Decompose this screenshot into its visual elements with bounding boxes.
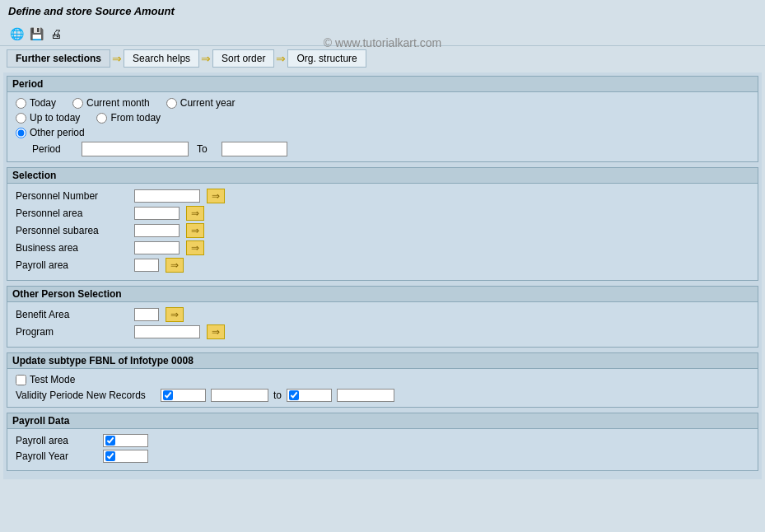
tab-arrow-2: ⇒	[201, 52, 211, 65]
radio-up-to-today-input[interactable]	[16, 113, 26, 124]
update-section: Update subtype FBNL of Infotype 0008 Tes…	[7, 352, 758, 408]
sel-input-personnel-subarea[interactable]	[134, 224, 180, 237]
print-icon[interactable]: 🖨	[48, 26, 64, 42]
tab-sort-order[interactable]: Sort order	[212, 49, 274, 68]
radio-current-year[interactable]: Current year	[166, 97, 236, 109]
payroll-area-label: Payroll area	[16, 435, 98, 446]
test-mode-label: Test Mode	[30, 374, 75, 385]
tab-further-selections-label: Further selections	[16, 53, 101, 64]
radio-other-period[interactable]: Other period	[16, 127, 85, 138]
other-person-section: Other Person Selection Benefit Area ⇒ Pr…	[7, 286, 758, 348]
test-mode-row: Test Mode	[16, 374, 749, 385]
payroll-area-input[interactable]	[105, 436, 115, 446]
save-icon[interactable]: 💾	[28, 26, 44, 42]
radio-up-to-today-label: Up to today	[30, 112, 80, 124]
sel-input-payroll-area[interactable]	[134, 259, 159, 272]
period-row-3: Other period	[16, 127, 749, 138]
validity-from-input[interactable]	[163, 390, 173, 400]
sel-arrow-personnel-number[interactable]: ⇒	[207, 189, 225, 203]
test-mode-checkbox[interactable]	[16, 375, 26, 385]
sel-label-benefit-area: Benefit Area	[16, 309, 131, 320]
period-to-label: To	[197, 143, 213, 155]
validity-to-input[interactable]	[289, 390, 299, 400]
tab-org-structure-label: Org. structure	[296, 53, 357, 64]
period-from-input[interactable]	[82, 142, 189, 156]
sel-label-business-area: Business area	[16, 242, 131, 254]
other-person-body: Benefit Area ⇒ Program ⇒	[7, 302, 758, 347]
sel-row-program: Program ⇒	[16, 324, 749, 339]
sel-label-program: Program	[16, 326, 131, 338]
page-title: Define and store Source Amount	[0, 0, 765, 22]
sel-arrow-personnel-subarea[interactable]: ⇒	[186, 223, 204, 238]
period-to-input[interactable]	[222, 142, 287, 156]
validity-to-checkbox[interactable]	[287, 389, 332, 402]
radio-other-period-input[interactable]	[16, 128, 26, 138]
sel-input-personnel-number[interactable]	[134, 189, 200, 203]
radio-today-label: Today	[30, 97, 56, 109]
payroll-year-input[interactable]	[105, 451, 115, 461]
validity-from-date[interactable]	[211, 389, 268, 402]
radio-today[interactable]: Today	[16, 97, 56, 109]
period-row-1: Today Current month Current year	[16, 97, 749, 109]
sel-arrow-business-area[interactable]: ⇒	[186, 240, 204, 255]
radio-current-month-label: Current month	[86, 97, 150, 109]
payroll-area-checkbox[interactable]	[103, 434, 148, 447]
sel-row-personnel-subarea: Personnel subarea ⇒	[16, 223, 749, 238]
payroll-header: Payroll Data	[7, 413, 758, 429]
sel-row-payroll-area: Payroll area ⇒	[16, 258, 749, 273]
tab-further-selections[interactable]: Further selections	[7, 49, 110, 68]
payroll-year-checkbox[interactable]	[103, 450, 148, 463]
radio-other-period-label: Other period	[30, 127, 85, 138]
tab-arrow-1: ⇒	[112, 52, 122, 65]
sel-label-personnel-area: Personnel area	[16, 208, 131, 219]
radio-current-month-input[interactable]	[72, 98, 83, 109]
sel-arrow-payroll-area[interactable]: ⇒	[166, 258, 184, 273]
sel-arrow-program[interactable]: ⇒	[207, 324, 225, 339]
validity-label: Validity Periode New Records	[16, 390, 156, 401]
tab-search-helps[interactable]: Search helps	[124, 49, 199, 68]
validity-from-checkbox[interactable]	[161, 389, 206, 402]
toolbar: 🌐 💾 🖨	[0, 22, 765, 46]
sel-arrow-personnel-area[interactable]: ⇒	[186, 206, 204, 221]
radio-up-to-today[interactable]: Up to today	[16, 112, 80, 124]
sel-arrow-benefit-area[interactable]: ⇒	[166, 307, 184, 322]
payroll-area-row: Payroll area	[16, 434, 749, 447]
period-field-label: Period	[32, 143, 73, 155]
radio-from-today-input[interactable]	[96, 113, 107, 124]
tab-sort-order-label: Sort order	[222, 53, 265, 64]
radio-from-today-label: From today	[110, 112, 161, 124]
sel-label-payroll-area: Payroll area	[16, 259, 131, 271]
selection-body: Personnel Number ⇒ Personnel area ⇒ Pers…	[7, 184, 758, 280]
period-section: Period Today Current month Current year	[7, 76, 758, 162]
selection-section: Selection Personnel Number ⇒ Personnel a…	[7, 167, 758, 281]
validity-to-label: to	[273, 390, 282, 401]
other-person-header: Other Person Selection	[7, 287, 758, 302]
sel-input-program[interactable]	[134, 325, 200, 338]
radio-today-input[interactable]	[16, 98, 26, 109]
radio-current-month[interactable]: Current month	[72, 97, 150, 109]
radio-current-year-input[interactable]	[166, 98, 177, 109]
payroll-year-row: Payroll Year	[16, 450, 749, 463]
period-header: Period	[7, 77, 758, 92]
tab-search-helps-label: Search helps	[133, 53, 190, 64]
sel-input-personnel-area[interactable]	[134, 207, 180, 220]
tab-bar: Further selections ⇒ Search helps ⇒ Sort…	[0, 46, 765, 71]
sel-input-benefit-area[interactable]	[134, 308, 159, 321]
radio-current-year-label: Current year	[180, 97, 236, 109]
sel-label-personnel-number: Personnel Number	[16, 190, 131, 202]
sel-row-business-area: Business area ⇒	[16, 240, 749, 255]
main-content: Period Today Current month Current year	[3, 72, 762, 479]
period-body: Today Current month Current year Up to t…	[7, 92, 758, 161]
sel-row-personnel-number: Personnel Number ⇒	[16, 189, 749, 203]
validity-row: Validity Periode New Records to	[16, 389, 749, 402]
globe-icon[interactable]: 🌐	[8, 26, 25, 42]
validity-to-date[interactable]	[337, 389, 394, 402]
period-fields: Period To	[16, 142, 749, 156]
radio-from-today[interactable]: From today	[96, 112, 161, 124]
tab-arrow-3: ⇒	[276, 52, 286, 65]
sel-input-business-area[interactable]	[134, 241, 180, 254]
payroll-year-label: Payroll Year	[16, 450, 98, 462]
selection-header: Selection	[7, 168, 758, 184]
sel-label-personnel-subarea: Personnel subarea	[16, 225, 131, 236]
tab-org-structure[interactable]: Org. structure	[287, 49, 366, 68]
